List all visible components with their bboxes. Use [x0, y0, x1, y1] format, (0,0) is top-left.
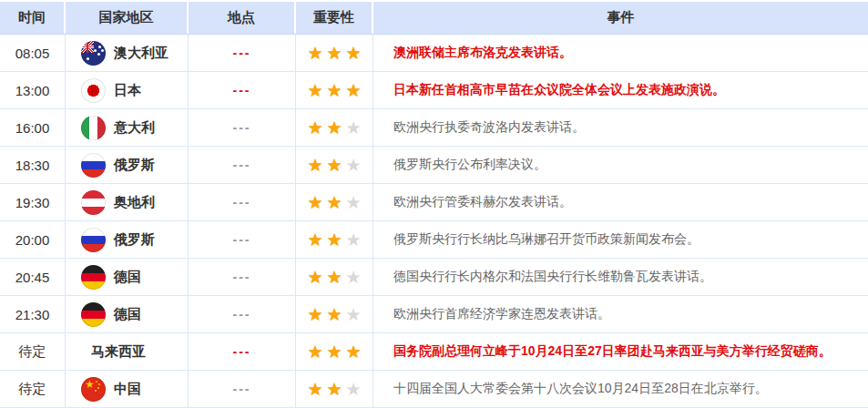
table-row: 13:00日本---★★★日本新任首相高市早苗在众议院全体会议上发表施政演说。 — [0, 72, 868, 109]
austria-flag-icon — [81, 190, 106, 215]
country-cell: 俄罗斯 — [66, 221, 189, 258]
table-row: 待定中国---★★★十四届全国人大常委会第十八次会议10月24日至28日在北京举… — [0, 371, 868, 408]
australia-flag-icon — [81, 41, 106, 66]
economic-calendar-table: 时间 国家地区 地点 重要性 事件 08:05澳大利亚---★★★澳洲联储主席布… — [0, 0, 868, 408]
importance-stars: ★★★ — [296, 221, 373, 258]
location-cell: --- — [189, 72, 296, 108]
table-header-row: 时间 国家地区 地点 重要性 事件 — [0, 0, 868, 35]
table-row: 20:45德国---★★★德国央行行长内格尔和法国央行行长维勒鲁瓦发表讲话。 — [0, 259, 868, 296]
country-cell: 澳大利亚 — [66, 35, 189, 71]
star-icon: ★ — [326, 82, 342, 99]
country-cell: 奥地利 — [66, 184, 189, 220]
header-country: 国家地区 — [66, 2, 187, 34]
star-icon: ★ — [326, 157, 342, 174]
time-cell: 13:00 — [0, 72, 66, 108]
event-cell: 欧洲央行管委科赫尔发表讲话。 — [373, 184, 868, 220]
location-cell: --- — [189, 147, 296, 183]
star-icon: ★ — [346, 45, 362, 62]
star-icon: ★ — [307, 231, 322, 249]
russia-flag-icon — [81, 228, 106, 252]
importance-stars: ★★★ — [296, 259, 373, 295]
country-name: 俄罗斯 — [114, 231, 155, 249]
event-cell: 欧洲央行首席经济学家连恩发表讲话。 — [373, 296, 868, 332]
header-importance: 重要性 — [296, 2, 372, 34]
japan-flag-icon — [81, 78, 106, 103]
table-row: 待定马来西亚---★★★国务院副总理何立峰于10月24日至27日率团赴马来西亚与… — [0, 333, 868, 371]
star-icon: ★ — [346, 231, 362, 249]
star-icon: ★ — [346, 381, 362, 398]
location-cell: --- — [189, 35, 296, 71]
importance-stars: ★★★ — [296, 184, 373, 220]
star-icon: ★ — [307, 45, 322, 62]
star-icon: ★ — [346, 269, 362, 286]
event-cell: 俄罗斯央行公布利率决议。 — [373, 147, 868, 183]
header-event: 事件 — [373, 2, 868, 34]
country-name: 德国 — [114, 306, 141, 323]
star-icon: ★ — [326, 306, 342, 323]
star-icon: ★ — [326, 343, 342, 361]
time-cell: 08:05 — [0, 35, 66, 71]
country-cell: 中国 — [66, 371, 189, 407]
time-cell: 待定 — [0, 371, 66, 407]
time-cell: 21:30 — [0, 296, 66, 332]
time-cell: 18:30 — [0, 147, 66, 183]
location-cell: --- — [189, 184, 296, 220]
star-icon: ★ — [326, 45, 342, 62]
location-cell: --- — [189, 371, 296, 407]
country-cell: 马来西亚 — [66, 333, 189, 370]
star-icon: ★ — [326, 381, 342, 398]
star-icon: ★ — [346, 119, 362, 137]
time-cell: 20:45 — [0, 259, 66, 295]
star-icon: ★ — [307, 82, 322, 99]
germany-flag-icon — [81, 265, 106, 290]
importance-stars: ★★★ — [296, 296, 373, 332]
event-cell: 十四届全国人大常委会第十八次会议10月24日至28日在北京举行。 — [373, 371, 868, 407]
location-cell: --- — [189, 296, 296, 332]
star-icon: ★ — [307, 119, 322, 137]
italy-flag-icon — [81, 116, 106, 140]
header-time: 时间 — [0, 2, 64, 34]
table-row: 20:00俄罗斯---★★★俄罗斯央行行长纳比乌琳娜召开货币政策新闻发布会。 — [0, 221, 868, 259]
country-name: 德国 — [114, 269, 141, 286]
header-location: 地点 — [189, 2, 294, 34]
star-icon: ★ — [346, 157, 362, 174]
location-cell: --- — [189, 221, 296, 258]
star-icon: ★ — [307, 157, 322, 174]
country-cell: 俄罗斯 — [66, 147, 189, 183]
event-cell: 国务院副总理何立峰于10月24日至27日率团赴马来西亚与美方举行经贸磋商。 — [373, 333, 868, 370]
country-name: 日本 — [114, 82, 141, 99]
importance-stars: ★★★ — [296, 109, 373, 146]
country-name: 澳大利亚 — [114, 45, 168, 62]
star-icon: ★ — [307, 381, 322, 398]
event-cell: 日本新任首相高市早苗在众议院全体会议上发表施政演说。 — [373, 72, 868, 108]
country-name: 奥地利 — [114, 194, 155, 211]
star-icon: ★ — [307, 306, 322, 323]
importance-stars: ★★★ — [296, 72, 373, 108]
table-row: 21:30德国---★★★欧洲央行首席经济学家连恩发表讲话。 — [0, 296, 868, 333]
country-name: 俄罗斯 — [114, 157, 155, 174]
event-cell: 俄罗斯央行行长纳比乌琳娜召开货币政策新闻发布会。 — [373, 221, 868, 258]
table-row: 16:00意大利---★★★欧洲央行执委奇波洛内发表讲话。 — [0, 109, 868, 147]
germany-flag-icon — [81, 302, 106, 327]
importance-stars: ★★★ — [296, 371, 373, 407]
country-name: 意大利 — [114, 119, 155, 137]
star-icon: ★ — [346, 194, 362, 211]
star-icon: ★ — [326, 194, 342, 211]
time-cell: 19:30 — [0, 184, 66, 220]
star-icon: ★ — [307, 343, 322, 361]
country-cell: 德国 — [66, 259, 189, 295]
event-cell: 德国央行行长内格尔和法国央行行长维勒鲁瓦发表讲话。 — [373, 259, 868, 295]
time-cell: 20:00 — [0, 221, 66, 258]
china-flag-icon — [81, 377, 106, 402]
location-cell: --- — [189, 333, 296, 370]
country-cell: 德国 — [66, 296, 189, 332]
country-name: 中国 — [114, 381, 141, 398]
table-row: 18:30俄罗斯---★★★俄罗斯央行公布利率决议。 — [0, 147, 868, 184]
importance-stars: ★★★ — [296, 147, 373, 183]
star-icon: ★ — [346, 343, 362, 361]
star-icon: ★ — [346, 306, 362, 323]
star-icon: ★ — [346, 82, 362, 99]
star-icon: ★ — [326, 231, 342, 249]
country-name: 马来西亚 — [91, 343, 146, 361]
time-cell: 16:00 — [0, 109, 66, 146]
